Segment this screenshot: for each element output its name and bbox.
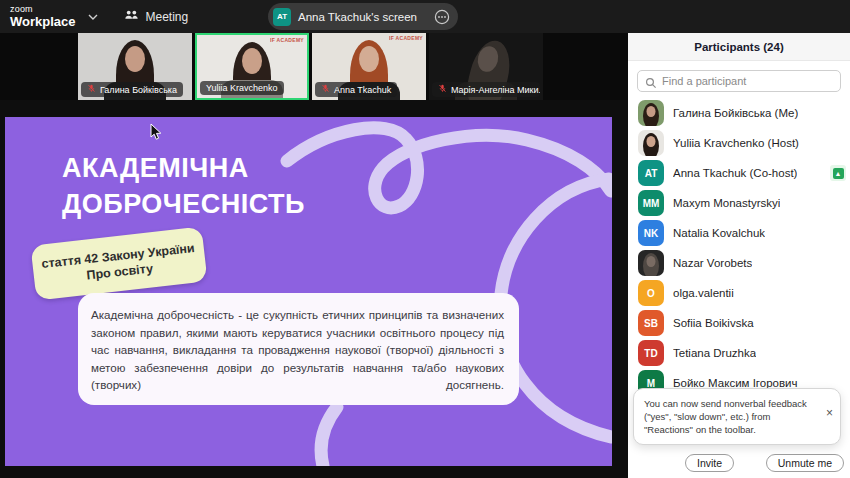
muted-mic-icon: [438, 84, 447, 95]
muted-mic-icon: [321, 84, 330, 95]
participant-name: Natalia Kovalchuk: [673, 227, 765, 239]
panel-footer: Invite Unmute me: [628, 454, 850, 472]
participant-name-label: Anna Tkachuk: [334, 85, 391, 95]
participant-name-label: Марія-Ангеліна Мики...: [451, 85, 540, 95]
zoom-workplace-logo[interactable]: zoom Workplace: [10, 5, 76, 28]
avatar: MM: [638, 190, 664, 216]
close-icon[interactable]: ×: [826, 407, 833, 419]
shared-screen-pill[interactable]: AT Anna Tkachuk's screen: [268, 3, 458, 30]
tab-meeting-label: Meeting: [146, 10, 189, 24]
participant-search-box[interactable]: [637, 70, 841, 92]
participant-row[interactable]: TD Tetiana Druzhka: [628, 338, 850, 368]
zoom-meeting-window: zoom Workplace Meeting AT Anna Tkachuk's…: [0, 0, 850, 478]
avatar: SB: [638, 310, 664, 336]
avatar: TD: [638, 340, 664, 366]
top-bar: zoom Workplace Meeting AT Anna Tkachuk's…: [0, 0, 850, 33]
definition-text: Академічна доброчесність - це сукупність…: [91, 306, 504, 412]
participants-title: Participants (24): [694, 41, 783, 53]
search-input[interactable]: [638, 71, 840, 91]
avatar: [638, 100, 664, 126]
sharer-avatar: AT: [273, 8, 291, 26]
avatar: NK: [638, 220, 664, 246]
more-options-icon[interactable]: [434, 9, 450, 25]
participant-name-label: Yuliia Kravchenko: [206, 83, 278, 93]
participant-row[interactable]: Галина Бойківська (Me): [628, 98, 850, 128]
avatar: [638, 130, 664, 156]
slide-title: АКАДЕМІЧНА ДОБРОЧЕСНІСТЬ: [62, 150, 305, 222]
shared-screen-label: Anna Tkachuk's screen: [298, 11, 417, 23]
meeting-people-icon: [124, 9, 139, 24]
video-tile-mariia[interactable]: Марія-Ангеліна Мики...: [429, 33, 543, 100]
if-academy-watermark: IF ACADEMY: [389, 35, 423, 41]
tab-meeting[interactable]: Meeting: [124, 9, 189, 24]
avatar: [638, 250, 664, 276]
if-academy-watermark: IF ACADEMY: [270, 37, 304, 43]
participant-row[interactable]: AT Anna Tkachuk (Co-host) ▲: [628, 158, 850, 188]
avatar: O: [638, 280, 664, 306]
participant-row[interactable]: O olga.valentii: [628, 278, 850, 308]
video-tile-yuliia-active-speaker[interactable]: IF ACADEMY Yuliia Kravchenko: [195, 33, 309, 100]
video-name-pill: Галина Бойківська: [81, 82, 183, 97]
participant-name: Sofiia Boikivska: [673, 317, 754, 329]
logo-workplace-text: Workplace: [10, 15, 76, 28]
sticky-note-text: стаття 42 Закону України Про освіту: [41, 240, 197, 288]
muted-mic-icon: [87, 84, 96, 95]
video-name-pill: Марія-Ангеліна Мики...: [432, 82, 540, 97]
participant-name: Yuliia Kravchenko (Host): [673, 137, 799, 149]
participants-panel: Participants (24) Галина Бойківська (Me)…: [628, 33, 850, 478]
participant-name-label: Галина Бойківська: [100, 85, 177, 95]
video-tile-anna[interactable]: IF ACADEMY Anna Tkachuk: [312, 33, 426, 100]
logo-zoom-text: zoom: [10, 5, 76, 14]
nonverbal-feedback-toast: You can now send nonverbal feedback ("ye…: [633, 388, 841, 445]
video-tile-halyna[interactable]: Галина Бойківська: [78, 33, 192, 100]
screen-share-icon: ▲: [830, 165, 846, 181]
video-name-pill: Anna Tkachuk: [315, 82, 397, 97]
participants-panel-header: Participants (24): [628, 33, 850, 61]
participant-search-wrap: [628, 61, 850, 96]
video-name-pill: Yuliia Kravchenko: [200, 81, 284, 95]
participant-name: Nazar Vorobets: [673, 257, 752, 269]
participant-row[interactable]: NK Natalia Kovalchuk: [628, 218, 850, 248]
avatar: AT: [638, 160, 664, 186]
toast-message: You can now send nonverbal feedback ("ye…: [644, 397, 818, 436]
invite-button[interactable]: Invite: [685, 454, 734, 472]
unmute-me-button[interactable]: Unmute me: [766, 454, 844, 472]
video-filmstrip: Галина Бойківська IF ACADEMY Yuliia Krav…: [0, 33, 628, 100]
participant-name: olga.valentii: [673, 287, 734, 299]
definition-card: Академічна доброчесність - це сукупність…: [78, 293, 519, 405]
chevron-down-icon[interactable]: [88, 14, 98, 20]
participant-row[interactable]: SB Sofiia Boikivska: [628, 308, 850, 338]
search-icon: [645, 75, 657, 93]
participant-row[interactable]: MM Maxym Monastyrskyi: [628, 188, 850, 218]
participant-name: Tetiana Druzhka: [673, 347, 756, 359]
participant-list: Галина Бойківська (Me) Yuliia Kravchenko…: [628, 96, 850, 398]
participant-name: Maxym Monastyrskyi: [673, 197, 780, 209]
participant-row[interactable]: Yuliia Kravchenko (Host): [628, 128, 850, 158]
participant-name: Галина Бойківська (Me): [673, 107, 798, 119]
shared-screen-slide: АКАДЕМІЧНА ДОБРОЧЕСНІСТЬ стаття 42 Закон…: [5, 117, 612, 466]
participant-name: Anna Tkachuk (Co-host): [673, 167, 797, 179]
participant-row[interactable]: Nazar Vorobets: [628, 248, 850, 278]
